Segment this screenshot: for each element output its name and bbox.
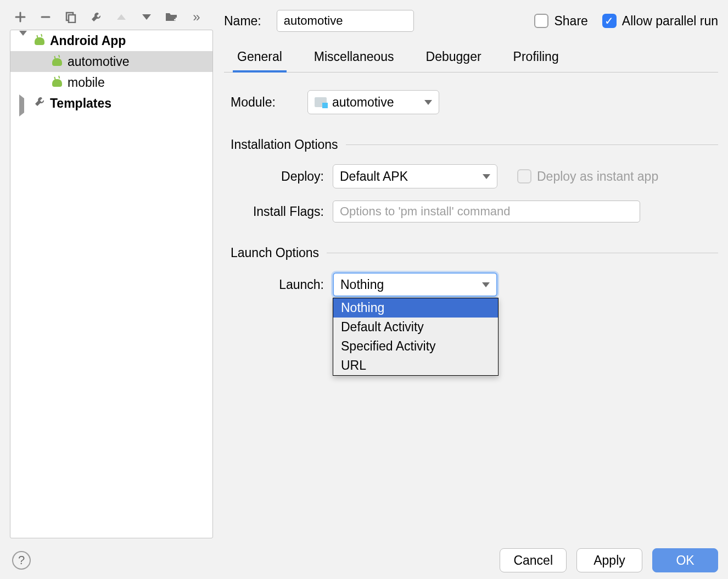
tree-item-label: mobile [68, 75, 105, 90]
tab-profiling[interactable]: Profiling [511, 49, 561, 72]
configurations-tree[interactable]: Android App automotive mobile Templates [10, 30, 213, 538]
android-icon [51, 77, 63, 88]
instant-app-checkbox: Deploy as instant app [517, 169, 658, 184]
instant-app-label: Deploy as instant app [537, 169, 658, 184]
launch-options-title: Launch Options [231, 246, 319, 260]
module-folder-icon [315, 97, 327, 107]
move-down-button[interactable] [139, 10, 154, 24]
launch-option-nothing[interactable]: Nothing [333, 298, 498, 318]
launch-combo[interactable]: Nothing [333, 272, 497, 297]
allow-parallel-label: Allow parallel run [622, 14, 718, 29]
new-folder-button[interactable] [165, 10, 179, 24]
chevron-down-icon [482, 282, 490, 287]
module-combo[interactable]: automotive [307, 90, 439, 114]
help-button[interactable]: ? [12, 551, 31, 570]
copy-button[interactable] [64, 10, 78, 24]
launch-value: Nothing [340, 277, 384, 292]
launch-option-url[interactable]: URL [333, 356, 498, 375]
name-label: Name: [224, 14, 261, 29]
tree-group-label: Templates [50, 96, 111, 111]
deploy-combo[interactable]: Default APK [333, 164, 497, 188]
tab-miscellaneous[interactable]: Miscellaneous [312, 49, 396, 72]
ok-button[interactable]: OK [652, 548, 718, 572]
add-button[interactable] [13, 10, 27, 24]
name-input[interactable] [277, 10, 414, 32]
deploy-value: Default APK [340, 169, 408, 184]
more-button[interactable]: » [190, 10, 204, 24]
tree-item-label: automotive [68, 54, 130, 69]
tree-item-mobile[interactable]: mobile [10, 72, 212, 93]
module-label: Module: [231, 95, 307, 110]
wrench-icon [33, 96, 46, 111]
tree-group-templates[interactable]: Templates [10, 93, 212, 114]
divider [346, 144, 718, 145]
checkbox-checked-icon: ✓ [602, 14, 617, 28]
install-flags-input[interactable] [333, 201, 640, 222]
installation-options-title: Installation Options [231, 137, 338, 152]
divider [327, 253, 718, 253]
checkbox-disabled-icon [517, 169, 531, 183]
wrench-icon[interactable] [89, 10, 103, 24]
chevron-down-icon [483, 174, 490, 179]
tree-group-label: Android App [50, 34, 126, 48]
tree-group-android-app[interactable]: Android App [10, 30, 212, 51]
checkbox-icon [534, 14, 548, 28]
deploy-label: Deploy: [242, 169, 324, 184]
launch-option-default-activity[interactable]: Default Activity [333, 318, 498, 337]
cancel-button[interactable]: Cancel [500, 548, 567, 572]
config-toolbar: » [10, 8, 213, 30]
module-value: automotive [332, 95, 394, 110]
remove-button[interactable] [38, 10, 53, 24]
tree-item-automotive[interactable]: automotive [10, 51, 212, 72]
caret-down-icon [19, 36, 29, 46]
share-checkbox[interactable]: Share [534, 14, 587, 29]
launch-dropdown[interactable]: Nothing Default Activity Specified Activ… [333, 298, 499, 376]
share-label: Share [554, 14, 587, 29]
move-up-button [114, 10, 128, 24]
android-icon [51, 56, 63, 67]
chevron-down-icon [424, 100, 432, 105]
svg-rect-1 [69, 15, 75, 23]
tab-debugger[interactable]: Debugger [424, 49, 484, 72]
apply-button[interactable]: Apply [576, 548, 642, 572]
caret-right-icon [19, 98, 29, 108]
allow-parallel-checkbox[interactable]: ✓ Allow parallel run [602, 14, 718, 29]
android-icon [33, 35, 46, 46]
launch-label: Launch: [242, 277, 324, 292]
launch-option-specified-activity[interactable]: Specified Activity [333, 337, 498, 356]
tabs: General Miscellaneous Debugger Profiling [224, 36, 718, 73]
install-flags-label: Install Flags: [242, 204, 324, 219]
tab-general[interactable]: General [235, 49, 284, 72]
